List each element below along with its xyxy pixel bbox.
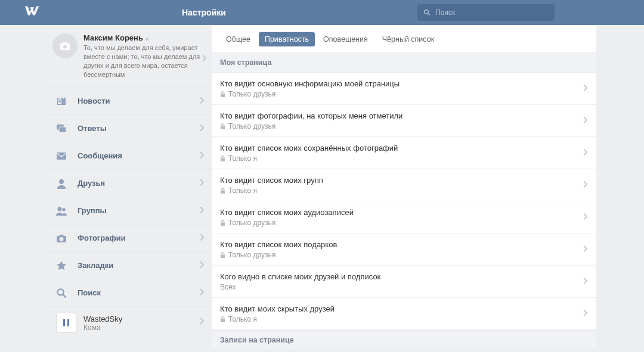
privacy-value: Только я — [220, 315, 588, 323]
profile-status: То, что мы делаем для себя, умирает вмес… — [83, 43, 207, 79]
chevron-right-icon — [199, 261, 206, 270]
search-icon — [56, 288, 72, 298]
lock-icon — [220, 91, 225, 98]
privacy-row[interactable]: Кто видит список моих аудиозаписейТолько… — [212, 201, 596, 233]
chevron-right-icon — [199, 96, 206, 105]
svg-rect-6 — [57, 152, 66, 160]
chevron-right-icon — [582, 277, 589, 286]
profile-card[interactable]: Максим Корень ● То, что мы делаем для се… — [48, 33, 212, 88]
lock-icon — [220, 123, 225, 130]
privacy-value: Только друзья — [220, 219, 588, 227]
privacy-question: Кто видит список моих аудиозаписей — [220, 208, 588, 217]
bookmarks-icon — [56, 260, 72, 271]
chevron-right-icon — [199, 288, 206, 297]
chevron-right-icon — [201, 55, 208, 64]
sidebar-item-messages[interactable]: Сообщения — [48, 142, 212, 170]
lock-icon — [220, 252, 225, 258]
svg-point-8 — [58, 207, 62, 211]
svg-line-11 — [63, 294, 66, 297]
sidebar-item-news[interactable]: Новости — [48, 88, 212, 115]
privacy-value: Только друзья — [220, 251, 588, 259]
sidebar-item-photos[interactable]: Фотографии — [48, 225, 212, 252]
sidebar: Максим Корень ● То, что мы делаем для се… — [48, 25, 212, 350]
sidebar-item-label: Закладки — [78, 261, 113, 270]
svg-point-9 — [62, 208, 66, 211]
svg-rect-5 — [59, 127, 66, 132]
main-content: ОбщееПриватностьОповещенияЧёрный список … — [212, 25, 596, 350]
sidebar-item-label: Поиск — [78, 288, 101, 297]
privacy-row[interactable]: Кого видно в списке моих друзей и подпис… — [212, 266, 596, 298]
chevron-right-icon — [199, 317, 206, 326]
privacy-value: Только друзья — [220, 122, 588, 130]
svg-rect-12 — [63, 319, 65, 326]
chevron-right-icon — [582, 245, 589, 254]
chevron-right-icon — [199, 206, 206, 215]
svg-point-7 — [59, 179, 64, 184]
svg-line-1 — [428, 14, 430, 15]
chevron-right-icon — [199, 124, 206, 133]
privacy-row[interactable]: Кто видит моих скрытых друзейТолько я — [212, 298, 596, 330]
tab-Чёрный список[interactable]: Чёрный список — [376, 32, 440, 46]
svg-rect-15 — [221, 126, 225, 129]
sidebar-item-label: Фотографии — [78, 233, 126, 242]
lock-icon — [220, 155, 225, 162]
lock-icon — [220, 188, 225, 194]
header-bar: Настройки Поиск — [0, 0, 644, 25]
player-artist: WastedSky — [83, 314, 122, 323]
privacy-question: Кто видит основную информацию моей стран… — [220, 79, 588, 88]
search-placeholder: Поиск — [435, 8, 455, 17]
avatar — [52, 33, 78, 58]
privacy-question: Кто видит моих скрытых друзей — [220, 304, 588, 313]
chevron-right-icon — [199, 151, 206, 160]
pause-icon — [63, 319, 69, 326]
messages-icon — [56, 151, 72, 161]
sidebar-item-friends[interactable]: Друзья — [48, 170, 212, 197]
privacy-row[interactable]: Кто видит список моих подарковТолько дру… — [212, 233, 596, 266]
tab-Оповещения[interactable]: Оповещения — [317, 32, 374, 46]
sidebar-item-groups[interactable]: Группы — [48, 197, 212, 225]
section-header: Записи на странице — [212, 330, 596, 350]
groups-icon — [56, 205, 72, 216]
sidebar-item-search[interactable]: Поиск — [48, 279, 212, 307]
sidebar-item-label: Друзья — [78, 179, 105, 188]
lock-icon — [220, 316, 225, 323]
svg-rect-18 — [221, 222, 225, 225]
sidebar-item-label: Ответы — [78, 124, 107, 133]
news-icon — [56, 96, 72, 107]
section-header: Моя страница — [212, 52, 596, 73]
chevron-right-icon — [582, 180, 589, 189]
photos-icon — [56, 233, 72, 244]
replies-icon — [56, 123, 72, 134]
player-track: Кома — [83, 323, 122, 332]
privacy-value: Только я — [220, 186, 588, 195]
privacy-question: Кто видит список моих сохранённых фотогр… — [220, 144, 588, 152]
privacy-value: Всех — [220, 283, 588, 291]
pause-button[interactable] — [56, 313, 76, 333]
tab-Приватность[interactable]: Приватность — [259, 32, 315, 46]
svg-rect-3 — [58, 101, 61, 102]
friends-icon — [56, 178, 72, 189]
privacy-row[interactable]: Кто видит основную информацию моей стран… — [212, 73, 596, 105]
svg-rect-14 — [221, 94, 225, 96]
privacy-row[interactable]: Кто видит фотографии, на которых меня от… — [212, 105, 596, 137]
svg-rect-2 — [58, 99, 61, 101]
vk-logo[interactable] — [24, 5, 182, 20]
tab-Общее[interactable]: Общее — [220, 32, 256, 46]
sidebar-item-replies[interactable]: Ответы — [48, 115, 212, 142]
privacy-row[interactable]: Кто видит список моих сохранённых фотогр… — [212, 137, 596, 169]
sidebar-item-bookmarks[interactable]: Закладки — [48, 252, 212, 279]
audio-player[interactable]: WastedSky Кома — [48, 307, 212, 339]
search-input[interactable]: Поиск — [417, 4, 555, 21]
sidebar-item-label: Новости — [78, 96, 110, 105]
svg-point-0 — [425, 10, 429, 14]
privacy-question: Кто видит список моих групп — [220, 176, 588, 185]
tabs-bar: ОбщееПриватностьОповещенияЧёрный список — [212, 25, 596, 52]
privacy-question: Кто видит список моих подарков — [220, 240, 588, 249]
profile-name: Максим Корень — [83, 33, 143, 42]
svg-rect-17 — [221, 190, 225, 193]
online-dot: ● — [145, 35, 150, 42]
chevron-right-icon — [199, 179, 206, 188]
camera-icon — [59, 41, 71, 51]
chevron-right-icon — [582, 309, 589, 318]
privacy-row[interactable]: Кто видит список моих группТолько я — [212, 169, 596, 201]
